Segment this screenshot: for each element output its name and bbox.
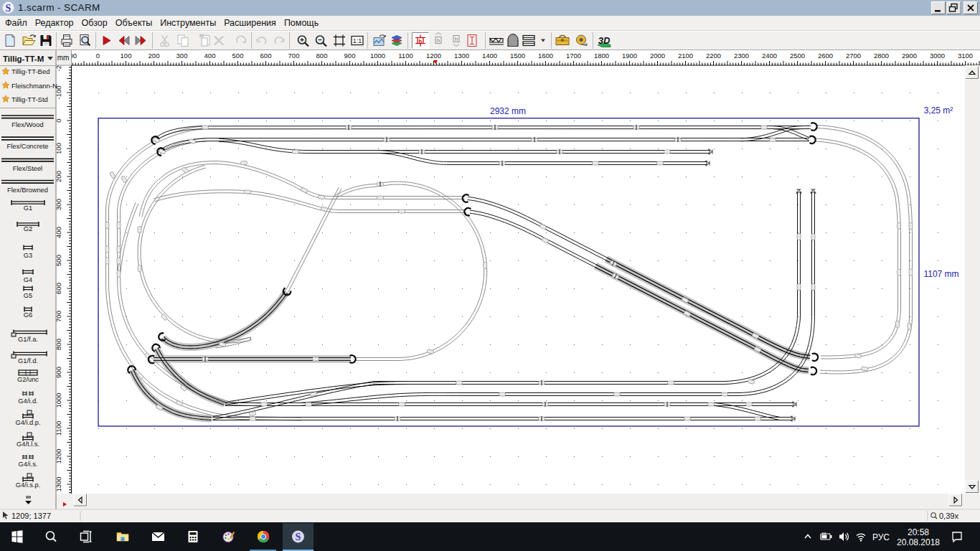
svg-text:3100: 3100 [958, 52, 973, 60]
svg-text:2500: 2500 [790, 52, 805, 60]
svg-text:G4/i.s.p.: G4/i.s.p. [16, 481, 41, 489]
svg-text:1209; 1377: 1209; 1377 [11, 512, 51, 520]
svg-text:1200: 1200 [426, 52, 441, 60]
svg-text:G3: G3 [24, 252, 32, 259]
svg-text:1400: 1400 [482, 52, 497, 60]
svg-text:G4/i.d.: G4/i.d. [18, 397, 37, 405]
svg-text:1500: 1500 [510, 52, 525, 60]
svg-text:0,39x: 0,39x [939, 512, 958, 520]
svg-text:G2/unc: G2/unc [17, 376, 39, 383]
svg-text:G4: G4 [24, 276, 32, 283]
svg-text:3,25 m²: 3,25 m² [924, 105, 953, 116]
svg-text:1300: 1300 [454, 52, 469, 60]
svg-text:20:58: 20:58 [908, 527, 929, 537]
svg-text:1000: 1000 [370, 52, 385, 60]
svg-text:Tillig-TT-Std: Tillig-TT-Std [11, 95, 48, 103]
svg-text:2100: 2100 [678, 52, 693, 60]
svg-text:G1: G1 [24, 204, 32, 212]
svg-text:1900: 1900 [622, 52, 637, 60]
svg-text:600: 600 [260, 52, 272, 60]
svg-text:1800: 1800 [594, 52, 609, 60]
svg-text:2800: 2800 [874, 52, 889, 60]
svg-text:G4/t.l.s.: G4/t.l.s. [17, 441, 39, 448]
svg-text:900: 900 [344, 52, 356, 60]
svg-text:2200: 2200 [706, 52, 721, 60]
svg-text:0: 0 [96, 52, 100, 60]
svg-text:mm: mm [57, 54, 70, 62]
svg-text:Flex/Steel: Flex/Steel [13, 165, 42, 172]
svg-text:G4/i.d.p.: G4/i.d.p. [15, 419, 40, 426]
svg-text:100: 100 [121, 52, 132, 60]
svg-text:20.08.2018: 20.08.2018 [897, 537, 940, 547]
svg-text:Flex/Concrete: Flex/Concrete [7, 143, 49, 150]
svg-text:2700: 2700 [846, 52, 861, 60]
svg-text:3000: 3000 [930, 52, 945, 60]
svg-text:2000: 2000 [650, 52, 665, 60]
svg-text:G4/i.s.: G4/i.s. [19, 461, 38, 468]
svg-text:Fleischmann-N: Fleischmann-N [11, 82, 57, 90]
svg-text:РУС: РУС [872, 532, 890, 542]
svg-text:Tillig-TT-M: Tillig-TT-M [3, 55, 44, 63]
svg-text:1100: 1100 [398, 52, 413, 60]
svg-text:400: 400 [204, 52, 216, 60]
svg-text:800: 800 [316, 52, 328, 60]
svg-text:2300: 2300 [734, 52, 749, 60]
svg-text:2900: 2900 [902, 52, 917, 60]
svg-text:2400: 2400 [762, 52, 777, 60]
svg-text:Flex/Wood: Flex/Wood [11, 121, 43, 128]
svg-text:Tillig-TT-Bed: Tillig-TT-Bed [11, 67, 50, 75]
svg-text:G1/f.d.: G1/f.d. [18, 357, 38, 364]
svg-text:2932 mm: 2932 mm [490, 106, 526, 116]
svg-text:1600: 1600 [538, 52, 553, 60]
svg-text:300: 300 [176, 52, 188, 60]
svg-text:Flex/Browned: Flex/Browned [7, 187, 48, 194]
svg-text:G6: G6 [24, 311, 32, 319]
svg-text:700: 700 [288, 52, 300, 60]
svg-text:G2: G2 [24, 225, 32, 232]
svg-text:G5: G5 [24, 292, 32, 299]
svg-text:2600: 2600 [818, 52, 833, 60]
svg-text:500: 500 [232, 52, 244, 60]
svg-text:200: 200 [149, 52, 160, 60]
svg-text:G1/f.a.: G1/f.a. [18, 336, 38, 343]
svg-text:S: S [296, 532, 301, 542]
svg-text:1107 mm: 1107 mm [923, 269, 958, 279]
svg-text:1700: 1700 [566, 52, 581, 60]
